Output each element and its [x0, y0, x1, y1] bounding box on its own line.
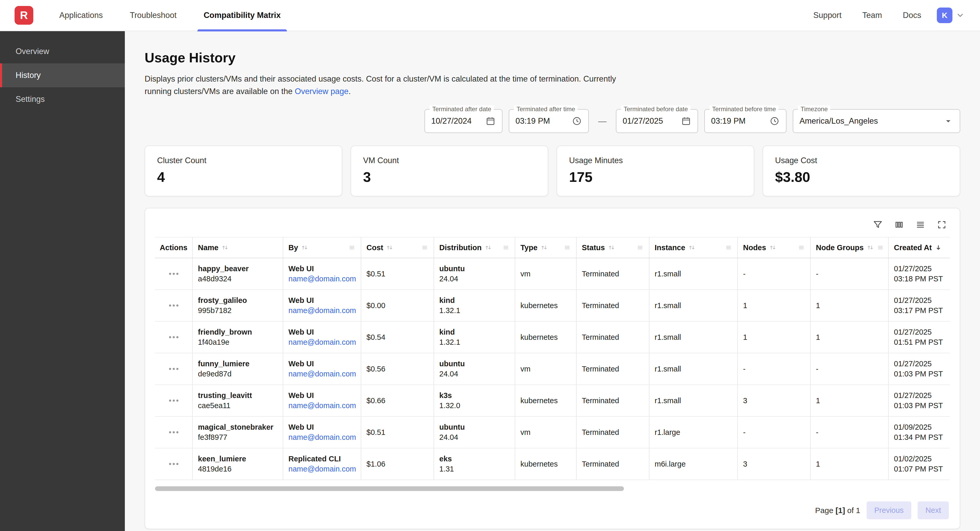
column-header-instance[interactable]: Instance [649, 237, 738, 258]
sort-icon[interactable] [484, 244, 492, 252]
field-value: 03:19 PM [515, 116, 550, 126]
horizontal-scrollbar[interactable] [155, 486, 950, 491]
calendar-icon[interactable] [485, 116, 496, 126]
terminated-after-time-field[interactable]: Terminated after time 03:19 PM [509, 109, 589, 133]
field-label: Terminated before time [710, 105, 778, 113]
nav-link[interactable]: Support [813, 11, 842, 20]
column-header-status[interactable]: Status [576, 237, 649, 258]
fullscreen-button[interactable] [935, 218, 949, 232]
created-by-email-link[interactable]: name@domain.com [288, 465, 356, 473]
scrollbar-thumb[interactable] [155, 486, 624, 491]
nav-tab-label: Applications [59, 11, 103, 20]
created-by-email-link[interactable]: name@domain.com [288, 274, 356, 283]
stat-label: Usage Cost [775, 156, 948, 165]
row-actions-button[interactable] [167, 396, 180, 405]
nav-link[interactable]: Docs [903, 11, 921, 20]
cost-cell: $1.06 [361, 448, 434, 480]
created-by-email-link[interactable]: name@domain.com [288, 370, 356, 378]
user-menu[interactable]: K [937, 8, 966, 23]
row-actions-button[interactable] [167, 365, 180, 373]
app-logo[interactable]: R [14, 6, 33, 25]
nav-tab-label: Troubleshoot [130, 11, 177, 20]
sort-icon[interactable] [769, 244, 776, 252]
row-actions-button[interactable] [167, 301, 180, 310]
row-actions-button[interactable] [167, 333, 180, 341]
sort-icon[interactable] [688, 244, 696, 252]
created-by-source: Web UI [288, 423, 356, 431]
column-header-type[interactable]: Type [515, 237, 576, 258]
dropdown-caret-icon [943, 116, 953, 126]
sidebar-item[interactable]: Overview [0, 40, 125, 63]
column-label: Node Groups [816, 243, 864, 252]
terminated-before-time-field[interactable]: Terminated before time 03:19 PM [704, 109, 786, 133]
top-navbar: R ApplicationsTroubleshootCompatibility … [0, 0, 980, 31]
column-menu-icon[interactable] [725, 244, 732, 251]
cluster-id: de9ed87d [198, 370, 277, 378]
sort-icon[interactable] [608, 244, 616, 252]
column-header-node_groups[interactable]: Node Groups [810, 237, 888, 258]
clock-icon[interactable] [572, 116, 582, 126]
columns-button[interactable] [892, 218, 906, 232]
stats-row: Cluster Count 4 VM Count 3 Usage Minutes… [145, 146, 960, 197]
density-button[interactable] [913, 218, 928, 232]
filter-button[interactable] [871, 218, 885, 232]
cluster-id: fe3f8977 [198, 433, 277, 442]
sort-icon[interactable] [386, 244, 393, 252]
column-menu-icon[interactable] [636, 244, 644, 251]
sort-icon[interactable] [540, 244, 548, 252]
column-header-created_at[interactable]: Created At [888, 237, 950, 258]
table-row: magical_stonebraker fe3f8977 Web UI name… [155, 417, 950, 448]
terminated-before-date-field[interactable]: Terminated before date 01/27/2025 [616, 109, 698, 133]
column-header-by[interactable]: By [283, 237, 361, 258]
column-menu-icon[interactable] [877, 244, 884, 251]
nav-right: SupportTeamDocs K [813, 8, 966, 23]
clock-icon[interactable] [769, 116, 780, 126]
nav-tab[interactable]: Troubleshoot [127, 0, 180, 31]
created-date: 01/27/2025 [894, 391, 945, 400]
column-header-cost[interactable]: Cost [361, 237, 434, 258]
sidebar-item[interactable]: History [0, 63, 125, 87]
created-by-email-link[interactable]: name@domain.com [288, 306, 356, 315]
type-cell: kubernetes [515, 448, 576, 480]
column-menu-icon[interactable] [348, 244, 356, 251]
created-by-email-link[interactable]: name@domain.com [288, 338, 356, 347]
overview-page-link[interactable]: Overview page [295, 87, 348, 96]
sort-icon[interactable] [866, 244, 874, 252]
column-header-name[interactable]: Name [192, 237, 283, 258]
column-label: Distribution [439, 243, 482, 252]
calendar-icon[interactable] [681, 116, 691, 126]
nodes-cell: 3 [738, 385, 810, 417]
column-header-distribution[interactable]: Distribution [434, 237, 515, 258]
nav-tab[interactable]: Compatibility Matrix [200, 0, 284, 31]
next-page-button[interactable]: Next [918, 501, 949, 519]
row-actions-button[interactable] [167, 269, 180, 278]
column-header-nodes[interactable]: Nodes [738, 237, 810, 258]
sort-icon[interactable] [301, 244, 309, 252]
timezone-select[interactable]: Timezone America/Los_Angeles [793, 109, 960, 133]
chevron-down-icon[interactable] [955, 10, 966, 21]
column-menu-icon[interactable] [563, 244, 571, 251]
page-indicator: Page [1] of 1 [815, 506, 860, 515]
created-by-email-link[interactable]: name@domain.com [288, 433, 356, 442]
column-menu-icon[interactable] [798, 244, 805, 251]
cluster-name: funny_lumiere [198, 360, 277, 368]
column-menu-icon[interactable] [421, 244, 428, 251]
previous-page-button[interactable]: Previous [867, 501, 912, 519]
row-actions-button[interactable] [167, 428, 180, 436]
column-label: By [288, 243, 298, 252]
nav-link[interactable]: Team [862, 11, 882, 20]
sort-desc-icon[interactable] [934, 244, 942, 252]
table-row: funny_lumiere de9ed87d Web UI name@domai… [155, 353, 950, 385]
sidebar-item-label: Overview [16, 47, 49, 56]
column-label: Created At [894, 243, 932, 252]
terminated-after-date-field[interactable]: Terminated after date 10/27/2024 [425, 109, 503, 133]
node-groups-cell: - [810, 258, 888, 290]
cluster-id: 4819de16 [198, 465, 277, 473]
sort-icon[interactable] [221, 244, 229, 252]
nav-tab[interactable]: Applications [56, 0, 106, 31]
row-actions-button[interactable] [167, 460, 180, 468]
created-by-email-link[interactable]: name@domain.com [288, 401, 356, 410]
column-menu-icon[interactable] [502, 244, 509, 251]
sidebar-item[interactable]: Settings [0, 87, 125, 111]
avatar[interactable]: K [937, 8, 953, 23]
